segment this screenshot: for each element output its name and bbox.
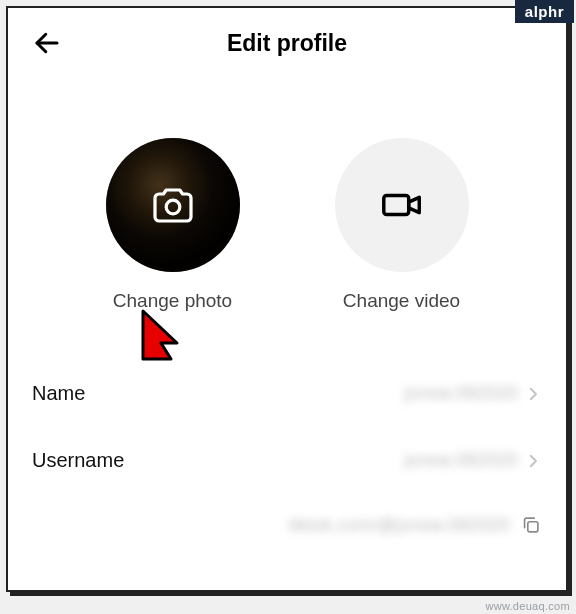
profile-link-row: tiktok.com/@jsnow.082020 <box>8 494 566 536</box>
copy-icon[interactable] <box>520 514 542 536</box>
watermark: www.deuaq.com <box>485 600 570 612</box>
camera-icon <box>149 181 197 229</box>
change-video-button[interactable]: Change video <box>312 138 492 312</box>
svg-rect-3 <box>528 522 538 532</box>
svg-rect-2 <box>383 195 408 214</box>
name-value: jsnow.082020 <box>404 383 518 404</box>
username-row[interactable]: Username jsnow.082020 <box>8 427 566 494</box>
video-placeholder <box>335 138 469 272</box>
chevron-right-icon <box>524 452 542 470</box>
svg-point-1 <box>166 200 180 214</box>
chevron-right-icon <box>524 385 542 403</box>
name-row[interactable]: Name jsnow.082020 <box>8 360 566 427</box>
avatar <box>106 138 240 272</box>
media-section: Change photo Change video <box>8 68 566 322</box>
arrow-left-icon <box>32 28 62 58</box>
profile-link-text: tiktok.com/@jsnow.082020 <box>288 515 510 536</box>
page-title: Edit profile <box>8 30 566 57</box>
header: Edit profile <box>8 8 566 68</box>
username-value: jsnow.082020 <box>404 450 518 471</box>
back-button[interactable] <box>30 26 64 60</box>
change-photo-button[interactable]: Change photo <box>83 138 263 312</box>
name-label: Name <box>32 382 85 405</box>
alphr-badge: alphr <box>515 0 574 23</box>
profile-fields: Name jsnow.082020 Username jsnow.082020 … <box>8 360 566 536</box>
edit-profile-screen: Edit profile Change photo Change <box>6 6 568 592</box>
video-camera-icon <box>379 182 425 228</box>
change-video-label: Change video <box>343 290 460 312</box>
change-photo-label: Change photo <box>113 290 232 312</box>
username-label: Username <box>32 449 124 472</box>
